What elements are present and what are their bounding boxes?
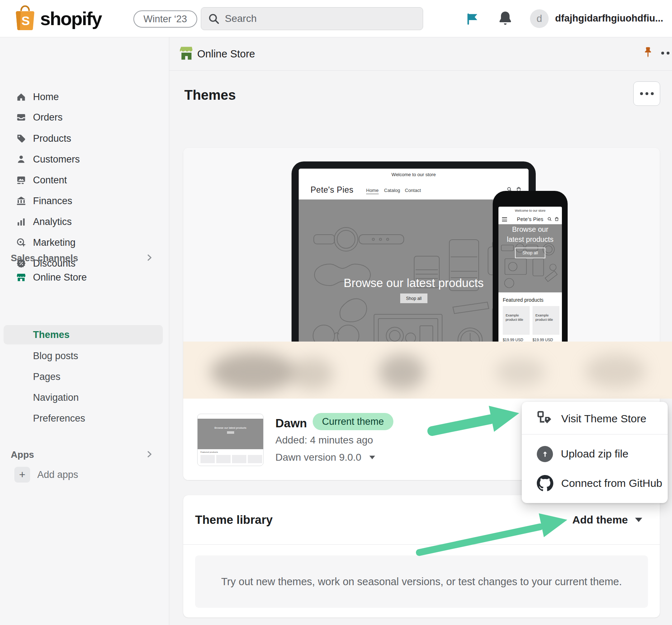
upload-icon (537, 446, 553, 462)
thumbnail-hero (198, 419, 263, 449)
sidebar-item-label: Blog posts (33, 351, 78, 362)
github-icon (537, 475, 553, 492)
thumbnail-product (232, 455, 246, 463)
sidebar-item-finances[interactable]: Finances (0, 191, 169, 211)
plus-icon: + (14, 467, 30, 483)
sidebar-item-add-apps[interactable]: + Add apps (0, 464, 169, 485)
shopify-bag-icon[interactable]: S (14, 5, 37, 32)
theme-version-dropdown[interactable]: Dawn version 9.0.0 (275, 452, 375, 463)
global-search[interactable] (201, 7, 423, 30)
theme-store-icon (537, 410, 553, 427)
sidebar-item-products[interactable]: Products (0, 128, 169, 149)
add-theme-menu: Visit Theme Store Upload zip file Connec… (522, 402, 668, 503)
sidebar-item-label: Navigation (33, 392, 79, 403)
tablet-store-header: Pete's Pies Home Catalog Contact (299, 180, 529, 199)
bell-icon[interactable] (497, 10, 514, 27)
current-theme-badge: Current theme (313, 413, 393, 430)
thumbnail-featured-text: Featured products (200, 451, 218, 453)
add-theme-button[interactable]: Add theme (572, 514, 642, 526)
sidebar-item-online-store[interactable]: Online Store (0, 267, 169, 288)
divider (183, 544, 660, 545)
thumbnail-product (248, 455, 262, 463)
theme-library-card: Theme library Add theme Try out new them… (183, 495, 660, 617)
phone-hero-image (498, 224, 562, 292)
menu-item-label: Upload zip file (561, 448, 628, 460)
sales-channels-header: Sales channels (11, 253, 78, 264)
products-icon (16, 133, 27, 144)
shopify-admin: S shopify Winter ‘23 d dfajhgidarfhgiuoh… (0, 0, 672, 625)
theme-version-label: Dawn version 9.0.0 (275, 452, 361, 463)
shop-all-button: Shop all (400, 293, 427, 303)
orders-icon (16, 112, 27, 123)
theme-name: Dawn (275, 417, 307, 430)
content-icon (16, 175, 27, 185)
announcement-bar: Welcome to our store (498, 207, 562, 215)
theme-library-empty-text: Try out new themes, work on seasonal ver… (221, 576, 622, 588)
svg-text:S: S (22, 14, 30, 28)
menu-item-upload-zip[interactable]: Upload zip file (522, 441, 668, 467)
sidebar-item-label: Orders (33, 112, 63, 123)
sidebar-item-label: Content (33, 175, 67, 186)
sidebar-item-label: Online Store (33, 272, 87, 283)
avatar[interactable]: d (530, 9, 549, 28)
hero-line2: latest products (498, 235, 562, 244)
sidebar-item-analytics[interactable]: Analytics (0, 211, 169, 232)
store-name: Pete's Pies (498, 216, 562, 222)
page-more-actions-button[interactable] (633, 81, 660, 106)
apps-header: Apps (11, 449, 34, 460)
more-actions-icon[interactable] (661, 52, 672, 55)
featured-heading: Featured products (503, 297, 544, 303)
search-icon (547, 217, 552, 221)
sidebar-item-navigation[interactable]: Navigation (0, 387, 169, 408)
sidebar-item-label: Pages (33, 371, 61, 382)
sidebar-item-customers[interactable]: Customers (0, 149, 169, 170)
sidebar-item-label: Customers (33, 154, 80, 165)
marketing-icon (16, 237, 27, 248)
avatar-initial: d (536, 13, 542, 24)
online-store-icon (16, 272, 27, 283)
pin-icon[interactable] (642, 47, 654, 61)
menu-item-visit-theme-store[interactable]: Visit Theme Store (522, 405, 668, 432)
sidebar-item-marketing[interactable]: Marketing (0, 232, 169, 253)
chevron-right-icon[interactable] (145, 450, 154, 459)
sidebar-item-label: Add apps (37, 469, 78, 480)
breadcrumb[interactable]: Online Store (197, 48, 255, 60)
nav-home: Home (366, 188, 379, 194)
menu-item-connect-github[interactable]: Connect from GitHub (522, 470, 668, 497)
shopify-wordmark[interactable]: shopify (40, 8, 101, 29)
search-input[interactable] (225, 13, 416, 24)
phone-store-header: Pete's Pies (498, 215, 562, 224)
user-name[interactable]: dfajhgidarfhgiuohdfiu... (555, 13, 672, 24)
nav-catalog: Catalog (384, 188, 400, 193)
release-badge: Winter ‘23 (133, 10, 197, 28)
theme-added-date: Added: 4 minutes ago (275, 434, 373, 446)
sidebar-item-themes[interactable]: Themes (33, 329, 70, 340)
home-icon (16, 91, 27, 102)
sidebar-item-label: Preferences (33, 413, 85, 424)
context-bar: Online Store (169, 37, 672, 71)
theme-thumbnail: Browse our latest products Featured prod… (197, 414, 264, 466)
page-title: Themes (184, 88, 236, 103)
sidebar-item-themes-highlight (4, 325, 163, 344)
thumbnail-product (216, 455, 231, 463)
flag-icon[interactable] (465, 11, 480, 27)
sidebar-item-home[interactable]: Home (0, 86, 169, 107)
menu-item-label: Connect from GitHub (561, 477, 662, 489)
sidebar-item-blog-posts[interactable]: Blog posts (0, 346, 169, 366)
product-card: Example product title (503, 306, 530, 335)
sidebar-item-label: Finances (33, 196, 72, 207)
sidebar-item-label: Products (33, 133, 71, 144)
thumbnail-hero-text: Browse our latest products (198, 426, 263, 429)
cart-icon (554, 217, 559, 221)
sidebar-item-preferences[interactable]: Preferences (0, 408, 169, 429)
sidebar-item-label: Analytics (33, 216, 72, 227)
sidebar-item-label: Marketing (33, 237, 76, 248)
chevron-down-icon (635, 518, 642, 522)
thumbnail-product (200, 455, 215, 463)
sidebar-item-pages[interactable]: Pages (0, 366, 169, 387)
sidebar-item-orders[interactable]: Orders (0, 107, 169, 128)
chevron-right-icon[interactable] (145, 253, 154, 262)
sidebar-item-content[interactable]: Content (0, 170, 169, 191)
blurred-region (183, 342, 672, 399)
product-card: Example product title (533, 306, 559, 335)
